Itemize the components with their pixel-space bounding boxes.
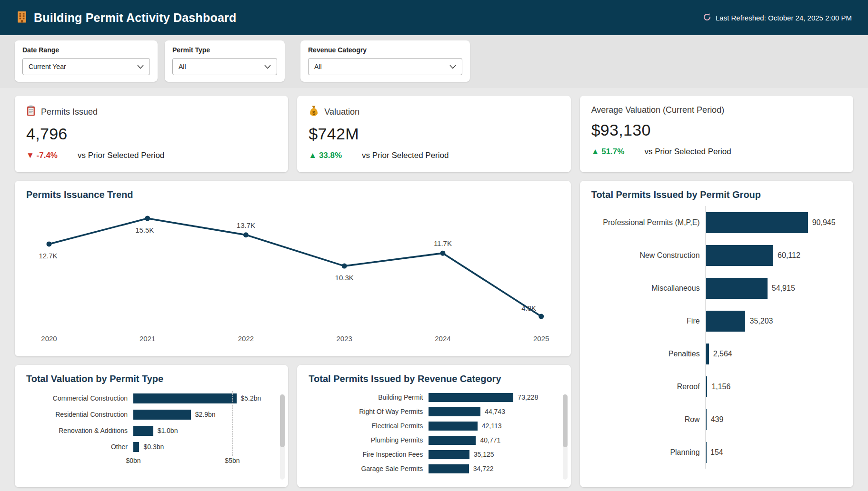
chart-title: Total Permits Issued by Permit Group [591,189,842,200]
bar[interactable] [133,410,191,420]
value-label: 154 [710,448,723,457]
value-label: 90,945 [812,218,836,227]
bar[interactable] [133,442,139,452]
bar[interactable] [706,311,746,332]
kpi-title: Permits Issued [41,107,98,117]
permit-type-select[interactable]: All [172,58,277,75]
bar[interactable] [429,393,513,402]
revenue-category-bar-chart[interactable]: Building Permit73,228Right Of Way Permit… [309,390,559,476]
bar[interactable] [706,344,709,364]
svg-text:$: $ [312,110,315,116]
x-axis-tick: $0bn [126,457,140,464]
scrollbar-thumb[interactable] [563,394,568,447]
point-label: 11.7K [434,239,452,247]
x-axis-label: 2021 [140,334,155,343]
value-label: 35,125 [474,451,494,458]
x-axis-label: 2024 [435,334,450,343]
value-label: 40,771 [480,436,500,444]
bar[interactable] [706,212,808,233]
bar[interactable] [706,245,773,266]
kpi-delta: ▲ 33.8% [309,151,342,160]
bar-row: Garage Sale Permits34,722 [309,462,549,476]
bar[interactable] [429,407,480,416]
vertical-scrollbar[interactable] [280,394,285,480]
bar[interactable] [429,422,477,431]
bar[interactable] [429,436,476,445]
chart-title: Total Valuation by Permit Type [26,373,277,384]
clipboard-icon [26,105,36,119]
vertical-scrollbar[interactable] [563,394,568,480]
scrollbar-thumb[interactable] [280,394,285,447]
dashboard-grid: Permits Issued 4,796 ▼ -7.4% vs Prior Se… [15,96,853,487]
bar[interactable] [706,278,768,299]
permit-group-card: Total Permits Issued by Permit Group Pro… [580,181,853,487]
kpi-card-valuation: $ Valuation $742M ▲ 33.8% vs Prior Selec… [297,96,570,172]
category-label: New Construction [591,251,706,260]
kpi-delta: ▲ 51.7% [591,147,625,157]
data-point[interactable] [145,216,150,221]
date-range-select[interactable]: Current Year [22,58,150,75]
category-label: Garage Sale Permits [309,465,429,472]
kpi-title-row: Average Valuation (Current Period) [591,105,842,115]
category-label: Renovation & Additions [26,427,133,434]
bar-row: Planning154 [591,436,842,469]
bar[interactable] [133,426,153,436]
bar[interactable] [706,376,708,397]
revenue-category-select[interactable]: All [308,58,462,75]
data-point[interactable] [539,314,544,319]
bar-row: Renovation & Additions$1.0bn [26,422,267,439]
permits-trend-line-chart[interactable]: 12.7K202015.5K202113.7K202210.3K202311.7… [26,204,559,347]
value-label: $1.0bn [158,427,178,434]
category-label: Professional Permits (M,P,E) [591,218,706,227]
kpi-title: Average Valuation (Current Period) [591,105,724,115]
chevron-down-icon [264,63,271,70]
header-title-group: Building Permit Activity Dashboard [16,10,236,25]
kpi-delta-row: ▲ 33.8% vs Prior Selected Period [309,151,559,160]
x-axis-tick: $5bn [225,457,239,464]
category-label: Planning [591,448,706,457]
chart-title: Total Permits Issued by Revenue Category [309,373,559,384]
data-point[interactable] [342,264,347,269]
category-label: Building Permit [309,393,429,401]
permit-group-bar-chart[interactable]: Professional Permits (M,P,E)90,945New Co… [591,206,842,469]
category-label: Fire Inspection Fees [309,451,429,458]
valuation-by-type-bar-chart[interactable]: Commercial Construction$5.2bnResidential… [26,390,277,469]
data-point[interactable] [243,232,249,237]
last-refreshed-text: Last Refreshed: October 24, 2025 2:00 PM [716,14,852,22]
category-label: Commercial Construction [26,394,133,402]
x-axis-label: 2025 [533,334,549,343]
bar[interactable] [429,464,469,473]
kpi-caption: vs Prior Selected Period [78,151,164,160]
point-label: 13.7K [237,221,255,229]
filter-label: Date Range [22,46,150,54]
category-label: Other [26,443,133,451]
data-point[interactable] [440,251,445,256]
kpi-value: $93,130 [591,121,842,139]
value-label: $2.9bn [195,411,216,418]
value-label: 73,228 [518,393,538,401]
bar-row: Residential Construction$2.9bn [26,406,267,422]
header: Building Permit Activity Dashboard Last … [0,0,868,35]
bar-row: Other$0.3bn [26,439,267,455]
bar[interactable] [706,409,707,430]
bar[interactable] [429,450,469,459]
value-label: 42,113 [482,422,502,430]
bar-row: Penalties2,564 [591,337,842,370]
category-label: Reroof [591,383,706,391]
value-label: 35,203 [749,317,773,325]
chevron-down-icon [137,63,144,70]
kpi-delta-row: ▲ 51.7% vs Prior Selected Period [591,147,842,157]
data-point[interactable] [46,241,51,246]
category-label: Miscallaneous [591,284,706,293]
filter-label: Permit Type [172,46,277,54]
value-label: 44,743 [485,408,505,415]
kpi-card-permits-issued: Permits Issued 4,796 ▼ -7.4% vs Prior Se… [15,96,288,172]
value-label: 54,915 [772,284,795,293]
value-label: 1,156 [711,383,730,391]
selected-value: All [314,63,322,70]
bar[interactable] [133,393,237,403]
revenue-category-card: Total Permits Issued by Revenue Category… [297,365,570,487]
chart-title: Permits Issuance Trend [26,189,559,200]
gridline [232,391,233,456]
value-label: 2,564 [713,350,732,358]
